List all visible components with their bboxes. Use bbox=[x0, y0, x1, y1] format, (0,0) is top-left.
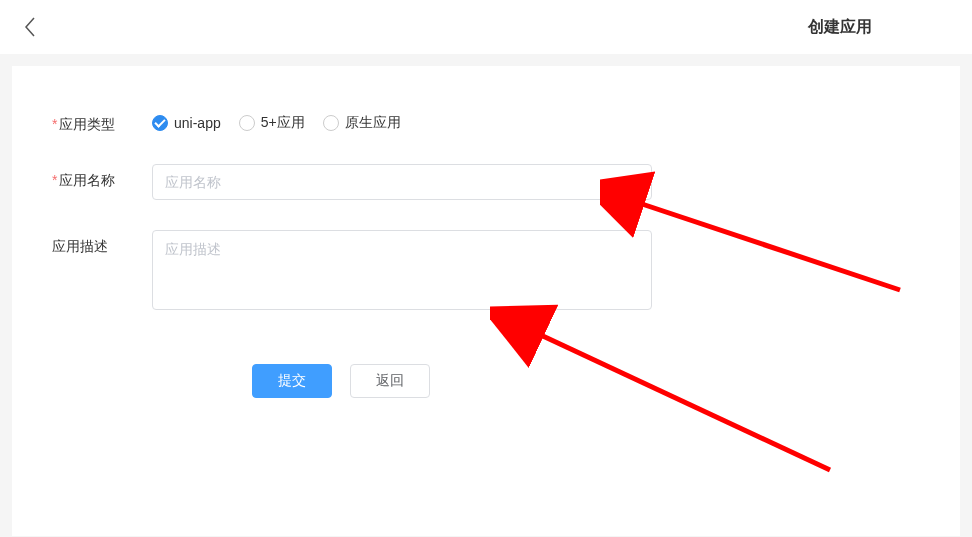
app-desc-label: 应用描述 bbox=[52, 230, 152, 256]
app-desc-row: 应用描述 bbox=[52, 230, 920, 314]
create-app-form: *应用类型 uni-app 5+应用 原生应用 *应用名称 bbox=[12, 66, 960, 536]
required-mark: * bbox=[52, 116, 57, 132]
app-name-input[interactable] bbox=[152, 164, 652, 200]
page-header: 创建应用 bbox=[0, 0, 972, 54]
required-mark: * bbox=[52, 172, 57, 188]
app-name-row: *应用名称 bbox=[52, 164, 920, 200]
app-type-row: *应用类型 uni-app 5+应用 原生应用 bbox=[52, 108, 920, 134]
back-button[interactable]: 返回 bbox=[350, 364, 430, 398]
radio-native-app[interactable]: 原生应用 bbox=[323, 114, 401, 132]
app-name-control bbox=[152, 164, 652, 200]
submit-button[interactable]: 提交 bbox=[252, 364, 332, 398]
app-type-radio-group: uni-app 5+应用 原生应用 bbox=[152, 108, 652, 132]
radio-uni-app[interactable]: uni-app bbox=[152, 115, 221, 131]
app-desc-control bbox=[152, 230, 652, 314]
radio-label: 原生应用 bbox=[345, 114, 401, 132]
back-chevron-icon[interactable] bbox=[18, 15, 42, 39]
radio-label: 5+应用 bbox=[261, 114, 305, 132]
radio-icon bbox=[239, 115, 255, 131]
form-buttons: 提交 返回 bbox=[252, 364, 920, 398]
radio-label: uni-app bbox=[174, 115, 221, 131]
radio-icon bbox=[323, 115, 339, 131]
radio-5plus-app[interactable]: 5+应用 bbox=[239, 114, 305, 132]
app-type-label: *应用类型 bbox=[52, 108, 152, 134]
app-desc-textarea[interactable] bbox=[152, 230, 652, 310]
page-title: 创建应用 bbox=[808, 17, 872, 38]
app-name-label: *应用名称 bbox=[52, 164, 152, 190]
app-type-control: uni-app 5+应用 原生应用 bbox=[152, 108, 652, 132]
radio-icon bbox=[152, 115, 168, 131]
